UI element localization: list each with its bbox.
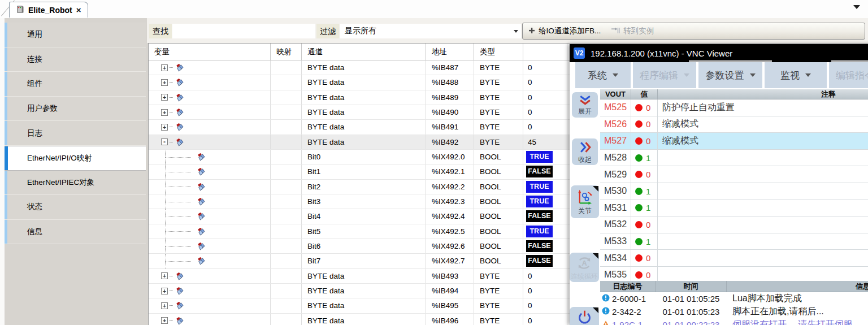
io-cell-mapping — [271, 60, 302, 75]
col-header-channel[interactable]: 通道 — [302, 44, 426, 60]
sidebar-item-general[interactable]: 通用 — [5, 23, 146, 47]
io-cell-mapping — [271, 194, 302, 209]
vnc-remote-content: 展开收起关节A连续循环 VOUT 值 注释 M5250防护停止自动重置M5260… — [570, 88, 868, 325]
io-cell-mapping — [271, 120, 302, 134]
tree-collapse-toggle[interactable]: - — [161, 138, 168, 145]
log-row[interactable]: 1-92C-101-01 00:22:23伺服没有打开， 请先打开伺服 — [600, 318, 868, 325]
vnc-menu-label: 程序编辑 — [640, 69, 678, 82]
log-code-cell: 1-92C-1 — [600, 318, 656, 325]
sidebar-item-log[interactable]: 日志 — [5, 121, 146, 146]
tree-expand-toggle[interactable]: + — [161, 64, 168, 71]
sidebar-item-user-params[interactable]: 用户参数 — [5, 97, 146, 122]
col-header-value[interactable] — [523, 44, 567, 60]
vnc-menu-参数设置[interactable]: 参数设置 — [698, 62, 762, 88]
io-cell-channel: Bit0 — [302, 150, 426, 164]
tree-expand-toggle[interactable]: + — [161, 124, 168, 131]
sidebar-item-stripe — [5, 220, 7, 244]
vnc-side-button-power[interactable] — [570, 307, 599, 325]
io-cell-address: %IX492.0 — [426, 150, 474, 164]
vout-col-header: VOUT — [600, 89, 631, 99]
sidebar-item-stripe — [5, 121, 7, 145]
io-cell-current-value: TRUE — [523, 194, 567, 209]
vout-row-M531[interactable]: M5311 — [600, 200, 868, 217]
input-channel-icon — [197, 183, 205, 191]
vnc-menu-编辑指令[interactable]: 编辑指令 — [829, 62, 868, 88]
vout-value: 1 — [646, 203, 650, 213]
io-cell-mapping — [271, 239, 302, 253]
vout-row-M528[interactable]: M5281 — [600, 150, 868, 167]
tab-elite-robot[interactable]: Elite_Robot × — [9, 2, 88, 18]
vnc-menu-监视[interactable]: 监视 — [765, 62, 827, 88]
io-cell-current-value: 0 — [523, 120, 567, 134]
vout-row-M527[interactable]: M5270缩减模式 — [600, 133, 868, 150]
vout-id-cell: M525 — [600, 99, 631, 116]
vnc-side-button-collapse[interactable]: 收起 — [572, 138, 598, 165]
vnc-title-bar[interactable]: V2 192.168.1.200 (x11vnc) - VNC Viewer — [570, 44, 868, 62]
vout-value: 0 — [646, 270, 650, 280]
vout-id-cell: M534 — [600, 250, 631, 266]
io-cell-type: BOOL — [474, 224, 523, 239]
vout-row-M532[interactable]: M5320 — [600, 216, 868, 233]
io-cell-current-value: 45 — [523, 135, 567, 149]
io-cell-variable-tree — [149, 194, 271, 209]
vnc-side-button-joint[interactable]: 关节 — [571, 185, 599, 218]
vout-value: 1 — [646, 153, 650, 163]
vout-comment: 缩减模式 — [658, 118, 698, 130]
sidebar-item-ethernetip-io-mapping[interactable]: EtherNet/IPI/O映射 — [5, 146, 146, 171]
vout-row-M529[interactable]: M5290 — [600, 166, 868, 183]
sidebar-item-information[interactable]: 信息 — [5, 220, 146, 245]
log-code-text: 2-6000-1 — [612, 294, 646, 304]
tree-expand-toggle[interactable]: + — [161, 272, 168, 279]
tree-expand-toggle[interactable]: + — [161, 94, 168, 101]
vnc-menu-程序编辑[interactable]: 程序编辑 — [633, 62, 696, 88]
col-header-type[interactable]: 类型 — [474, 44, 523, 60]
sidebar-item-connection[interactable]: 连接 — [5, 47, 146, 72]
tree-expand-toggle[interactable]: + — [161, 288, 168, 294]
find-input[interactable] — [172, 24, 315, 38]
vout-row-M533[interactable]: M5331 — [600, 233, 868, 250]
vnc-side-button-expand[interactable]: 展开 — [572, 92, 598, 118]
sidebar-item-components[interactable]: 组件 — [5, 72, 146, 97]
log-code-text: 1-92C-1 — [612, 320, 643, 325]
add-fb-to-io-channel-button[interactable]: 给IO通道添加FB... — [528, 26, 601, 36]
vout-row-M530[interactable]: M5301 — [600, 183, 868, 200]
col-header-mapping[interactable]: 映射 — [271, 44, 302, 60]
vout-row-M526[interactable]: M5260缩减模式 — [600, 116, 868, 133]
find-label: 查找 — [149, 24, 172, 38]
power-icon — [577, 310, 592, 325]
goto-instance-button[interactable]: 转到实例 — [611, 26, 654, 36]
vnc-menu-系统[interactable]: 系统 — [575, 62, 631, 88]
vout-row-M525[interactable]: M5250防护停止自动重置 — [600, 99, 868, 116]
log-row[interactable]: 2-342-201-01 01:05:23脚本正在加载,请稍后... — [600, 305, 868, 318]
io-cell-type: BOOL — [474, 164, 523, 179]
byte-value: 0 — [523, 63, 532, 72]
tree-expand-toggle[interactable]: + — [161, 302, 168, 309]
tree-branch-line — [165, 180, 196, 194]
vout-value: 1 — [646, 237, 650, 246]
input-channel-icon — [197, 227, 205, 236]
tree-expand-toggle[interactable]: + — [161, 79, 168, 86]
filter-select[interactable]: 显示所有 — [340, 24, 521, 38]
tree-expand-toggle[interactable]: + — [161, 109, 168, 116]
col-header-variable[interactable]: 变量 — [149, 44, 271, 60]
comment-col-header: 注释 — [658, 89, 868, 99]
sidebar-item-status[interactable]: 状态 — [5, 195, 146, 220]
tab-close-icon[interactable]: × — [76, 5, 81, 15]
vnc-side-button-auto-loop[interactable]: A连续循环 — [570, 253, 599, 282]
vout-row-M534[interactable]: M5340 — [600, 250, 868, 267]
bool-value-badge: TRUE — [526, 181, 553, 193]
col-header-address[interactable]: 地址 — [426, 44, 474, 60]
vnc-menu-label: 监视 — [780, 69, 800, 82]
goto-instance-label: 转到实例 — [623, 26, 654, 36]
vout-id: M527 — [600, 136, 627, 146]
io-cell-type: BYTE — [474, 120, 523, 134]
sidebar-item-stripe — [5, 195, 7, 219]
tree-expand-toggle[interactable]: + — [161, 317, 168, 324]
collapse-icon — [579, 140, 592, 156]
vout-row-M535[interactable]: M5350 — [600, 267, 868, 281]
tab-overflow-chevron-down-icon[interactable] — [853, 5, 860, 9]
vout-comment-cell: 缩减模式 — [658, 116, 868, 133]
log-row[interactable]: 2-6000-101-01 01:05:25Lua脚本加载完成 — [600, 292, 868, 305]
sidebar-item-ethernetip-iec-objects[interactable]: EtherNet/IPIEC对象 — [5, 171, 146, 196]
io-cell-current-value: 0 — [523, 284, 567, 298]
